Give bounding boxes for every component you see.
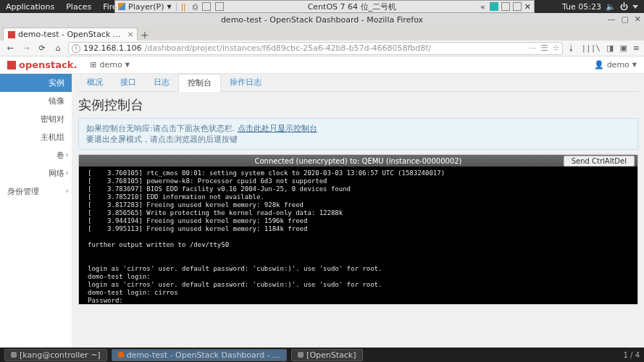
page-title: 实例控制台 [78,96,638,114]
task-terminal-label: [kang@controller ~] [20,350,101,360]
vm-fullscreen-icon[interactable] [215,2,224,11]
site-info-icon[interactable]: i [72,44,80,53]
project-selector[interactable]: ⊞ demo ▼ [90,60,130,70]
task-firefox-label: demo-test - OpenStack Dashboard - … [127,350,280,360]
alert-text-2: 要退出全屏模式，请点击浏览器的后退按键 [86,135,238,144]
reload-button[interactable]: ⟳ [36,43,48,54]
chevron-down-icon: ▼ [167,4,171,10]
vm-name-label: CentOS 7 64 位_二号机 [308,1,396,12]
firefox-titlebar: demo-test - OpenStack Dashboard - Mozill… [0,13,644,26]
console-help-alert: 如果控制台无响应:请点击下面灰色状态栏. 点击此处只显示控制台 要退出全屏模式，… [78,118,638,150]
window-minimize-button[interactable]: — [607,14,615,24]
user-menu[interactable]: 👤 demo ▼ [594,60,637,70]
firefox-icon [118,352,124,358]
vnc-status-bar[interactable]: Connected (unencrypted) to: QEMU (instan… [79,155,637,167]
browser-tab[interactable]: demo-test - OpenStack … × [3,28,138,41]
vm-pause-button[interactable]: || [181,2,185,12]
forward-button[interactable]: → [20,43,32,54]
openstack-logo-icon [7,61,16,70]
sidebar-item-server-groups[interactable]: 主机组 [0,128,72,146]
user-name: demo [607,60,630,70]
tab-overview[interactable]: 概况 [78,74,112,91]
tab-close-icon[interactable]: × [127,30,134,39]
volume-icon[interactable]: 🔈 [606,2,616,12]
chevron-down-icon: ▼ [125,62,130,68]
openstack-brand: openstack. [19,59,77,70]
clock: Tue 05:23 [562,2,601,12]
favicon-icon [8,31,15,38]
vmware-logo-icon [118,3,125,10]
gnome-taskbar: [kang@controller ~] demo-test - OpenStac… [0,348,644,362]
menu-places[interactable]: Places [60,2,97,12]
power-icon[interactable]: ⏻ [620,2,628,12]
sidebar-item-images[interactable]: 镜像 [0,92,72,110]
task-terminal[interactable]: [kang@controller ~] [4,349,107,361]
app-icon [298,352,304,358]
task-other[interactable]: [OpenStack] [291,349,362,361]
terminal-icon [11,352,17,358]
sidebar-item-networks[interactable]: 网络 [0,164,72,182]
vnc-screen[interactable]: [ 3.760105] rtc_cmos 00:01: setting syst… [79,167,637,304]
vm-tray-icon-1[interactable] [490,2,498,11]
firefox-tabstrip: demo-test - OpenStack … × + [0,26,644,41]
sidebar-item-volumes[interactable]: 卷 [0,146,72,164]
vm-chevron-left-icon[interactable]: « [480,2,485,12]
vnc-console: Connected (unencrypted) to: QEMU (instan… [78,154,638,305]
project-name: demo [100,60,122,70]
vm-unity-icon[interactable] [202,2,211,11]
grid-icon: ⊞ [90,60,96,70]
back-button[interactable]: ← [4,43,16,54]
reader-mode-icon[interactable]: ☰ [541,43,548,53]
vm-tray-icon-2[interactable] [501,2,510,11]
bookmark-star-icon[interactable]: ☆ [553,43,560,53]
vmware-player-label: Player(P) [128,2,164,12]
vmware-toolbar: Player(P) ▼ || ⎙ CentOS 7 64 位_二号机 « ✕ [114,0,535,13]
user-icon: 👤 [594,60,604,70]
alert-text-1: 如果控制台无响应:请点击下面灰色状态栏. [86,124,238,133]
screenshot-icon[interactable]: ▣ [619,43,627,53]
vm-tray-close-icon[interactable]: ✕ [524,2,531,12]
sidebar-item-identity[interactable]: 身份管理 [0,182,72,201]
window-maximize-button[interactable]: ▢ [621,14,628,24]
workspace-indicator[interactable]: 1 / 4 [624,351,640,359]
tab-interfaces[interactable]: 接口 [112,74,145,91]
hamburger-menu-icon[interactable]: ≡ [633,43,640,53]
sidebar-item-instances[interactable]: 实例 [0,74,72,92]
vm-tray-icon-3[interactable] [513,2,522,11]
window-close-button[interactable]: ✕ [635,14,641,24]
vmware-player-menu[interactable]: Player(P) ▼ [118,2,172,12]
openstack-logo[interactable]: openstack. [7,59,77,70]
sidebar: 实例 镜像 密钥对 主机组 卷 网络 身份管理 [0,74,72,348]
task-other-label: [OpenStack] [306,350,356,360]
instance-tabs: 概况 接口 日志 控制台 操作日志 [78,74,638,92]
url-host: 192.168.1.106 [83,43,141,53]
tab-action-log[interactable]: 操作日志 [221,74,270,91]
task-firefox[interactable]: demo-test - OpenStack Dashboard - … [112,349,287,361]
tab-title: demo-test - OpenStack … [18,30,121,39]
new-tab-button[interactable]: + [138,29,152,41]
vnc-status-text: Connected (unencrypted) to: QEMU (instan… [254,157,461,165]
library-icon[interactable]: |||\ [581,43,601,53]
main-content: 概况 接口 日志 控制台 操作日志 实例控制台 如果控制台无响应:请点击下面灰色… [72,74,644,348]
sidebar-item-keypairs[interactable]: 密钥对 [0,110,72,128]
window-title: demo-test - OpenStack Dashboard - Mozill… [221,15,423,25]
show-only-console-link[interactable]: 点击此处只显示控制台 [238,124,317,133]
menu-applications[interactable]: Applications [0,2,60,12]
send-ctrlaltdel-button[interactable]: Send CtrlAltDel [564,156,635,167]
url-path: /dashboard/project/instances/f6d89cbc-25… [144,43,430,53]
downloads-icon[interactable]: ⭳ [567,43,575,53]
vm-send-key-icon[interactable]: ⎙ [193,2,198,12]
firefox-navbar: ← → ⟳ ⌂ i 192.168.1.106/dashboard/projec… [0,41,644,56]
url-bar[interactable]: i 192.168.1.106/dashboard/project/instan… [68,42,563,55]
openstack-header: openstack. ⊞ demo ▼ 👤 demo ▼ [0,56,644,74]
user-menu-icon[interactable] [632,5,638,9]
sidebar-toggle-icon[interactable]: ◨ [606,43,614,53]
url-more-icon[interactable]: ⋯ [529,43,537,53]
home-button[interactable]: ⌂ [52,43,64,54]
chevron-down-icon: ▼ [632,62,637,68]
tab-console[interactable]: 控制台 [178,74,221,92]
tab-log[interactable]: 日志 [145,74,178,91]
